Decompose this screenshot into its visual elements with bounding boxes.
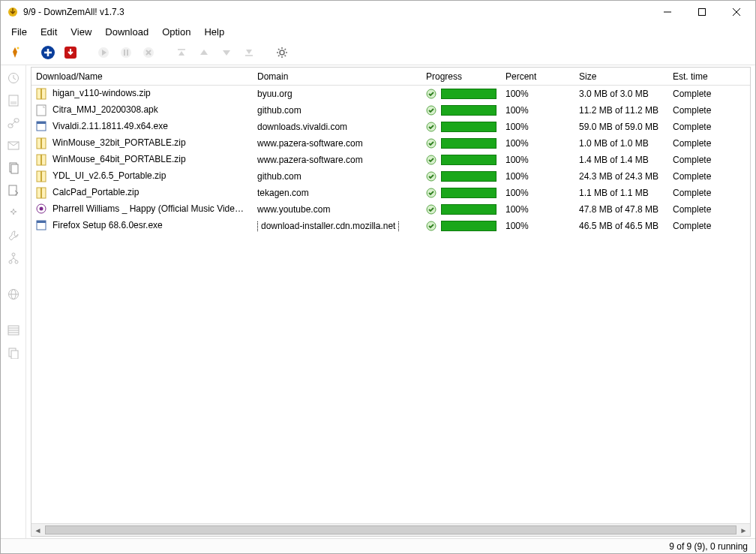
progress-bar (441, 221, 496, 231)
file-type-icon (36, 88, 48, 100)
file-arrow-icon[interactable] (5, 182, 22, 199)
progress-bar (441, 204, 496, 215)
wrench-icon[interactable] (5, 227, 22, 244)
globe-icon[interactable] (5, 286, 22, 303)
file-name: Vivaldi.2.11.1811.49.x64.exe (52, 121, 168, 131)
col-est[interactable]: Est. time (668, 71, 728, 82)
size-text: 11.2 MB of 11.2 MB (574, 105, 668, 116)
menubar: File Edit View Download Option Help (1, 23, 755, 40)
col-domain[interactable]: Domain (253, 71, 422, 82)
menu-edit[interactable]: Edit (34, 25, 63, 39)
complete-check-icon (426, 171, 436, 182)
table-row[interactable]: YDL_UI_v2.6.5_Portable.zipgithub.com100%… (32, 168, 750, 185)
files-icon[interactable] (5, 160, 22, 176)
close-button[interactable] (719, 1, 754, 23)
copy-icon[interactable] (5, 345, 22, 361)
svg-point-38 (12, 253, 15, 256)
file-name: WinMouse_64bit_PORTABLE.zip (52, 154, 186, 164)
move-bottom-button[interactable] (239, 43, 259, 62)
percent-text: 100% (501, 188, 574, 198)
settings-button[interactable] (272, 43, 292, 62)
move-down-button[interactable] (217, 43, 236, 62)
menu-help[interactable]: Help (198, 25, 230, 39)
link-icon[interactable] (5, 115, 22, 131)
add-batch-button[interactable] (61, 43, 80, 62)
window-title: 9/9 - DownZemAll! v1.7.3 (23, 7, 650, 17)
add-download-button[interactable] (38, 43, 58, 62)
col-size[interactable]: Size (574, 71, 668, 82)
complete-check-icon (426, 105, 436, 116)
resume-button[interactable] (94, 43, 113, 62)
menu-download[interactable]: Download (99, 25, 154, 39)
domain-text: www.pazera-software.com (257, 155, 363, 165)
file-type-icon (36, 121, 48, 133)
table-row[interactable]: WinMouse_64bit_PORTABLE.zipwww.pazera-so… (32, 152, 750, 168)
pause-button[interactable] (116, 43, 136, 62)
complete-check-icon (426, 122, 436, 132)
cancel-button[interactable] (139, 43, 158, 62)
progress-bar (441, 105, 496, 116)
scroll-thumb[interactable] (45, 525, 736, 534)
move-up-button[interactable] (194, 43, 214, 62)
wizard-button[interactable] (5, 43, 25, 62)
scroll-left-icon[interactable]: ◄ (32, 524, 44, 536)
est-text: Complete (668, 155, 728, 165)
svg-point-5 (17, 47, 20, 49)
svg-rect-51 (40, 89, 42, 99)
svg-rect-57 (37, 122, 46, 124)
percent-text: 100% (501, 221, 574, 231)
col-name[interactable]: Download/Name (32, 71, 253, 82)
svg-line-27 (285, 49, 286, 50)
table-row[interactable]: Pharrell Williams _ Happy (Official Musi… (32, 201, 750, 218)
size-text: 3.0 MB of 3.0 MB (574, 89, 668, 99)
domain-text: github.com (257, 105, 302, 116)
mail-icon[interactable] (5, 137, 22, 154)
table-row[interactable]: CalcPad_Portable.ziptekagen.com100%1.1 M… (32, 185, 750, 201)
svg-point-10 (121, 47, 131, 58)
complete-check-icon (426, 138, 436, 149)
content: Download/Name Domain Progress Percent Si… (26, 65, 755, 538)
menu-view[interactable]: View (64, 25, 98, 39)
menu-option[interactable]: Option (156, 25, 196, 39)
svg-point-40 (15, 260, 18, 263)
size-text: 1.0 MB of 1.0 MB (574, 138, 668, 149)
col-progress[interactable]: Progress (422, 71, 501, 82)
svg-marker-17 (223, 50, 230, 56)
size-text: 24.3 MB of 24.3 MB (574, 171, 668, 182)
file-type-icon (36, 203, 48, 215)
svg-point-20 (280, 50, 284, 55)
complete-check-icon (426, 204, 436, 215)
menu-file[interactable]: File (5, 25, 33, 39)
table-row[interactable]: higan_v110-windows.zipbyuu.org100%3.0 MB… (32, 86, 750, 102)
main: Download/Name Domain Progress Percent Si… (1, 65, 755, 538)
scroll-right-icon[interactable]: ► (737, 524, 750, 536)
clock-icon[interactable] (5, 70, 22, 86)
domain-text: download-installer.cdn.mozilla.net (257, 221, 399, 231)
file-type-icon (36, 220, 48, 232)
horizontal-scrollbar[interactable]: ◄ ► (32, 523, 750, 536)
col-percent[interactable]: Percent (501, 71, 574, 82)
table-row[interactable]: WinMouse_32bit_PORTABLE.zipwww.pazera-so… (32, 135, 750, 152)
page-icon[interactable] (5, 92, 22, 109)
minimize-button[interactable] (650, 1, 685, 23)
list-icon[interactable] (5, 322, 22, 339)
maximize-button[interactable] (685, 1, 719, 23)
progress-bar (441, 155, 496, 165)
svg-rect-32 (8, 124, 13, 128)
percent-text: 100% (501, 204, 574, 215)
table-row[interactable]: Citra_MMJ_20200308.apkgithub.com100%11.2… (32, 102, 750, 119)
tree-icon[interactable] (5, 250, 22, 266)
table-row[interactable]: Firefox Setup 68.6.0esr.exedownload-inst… (32, 218, 750, 234)
file-type-icon (36, 154, 48, 166)
table-row[interactable]: Vivaldi.2.11.1811.49.x64.exedownloads.vi… (32, 119, 750, 135)
move-top-button[interactable] (172, 43, 191, 62)
complete-check-icon (426, 155, 436, 165)
svg-rect-69 (40, 188, 42, 198)
sidebar (1, 65, 26, 538)
sparkle-icon[interactable] (5, 205, 22, 221)
file-type-icon (36, 187, 48, 199)
domain-text: www.youtube.com (257, 204, 330, 215)
svg-rect-2 (699, 9, 706, 16)
domain-text: byuu.org (257, 89, 292, 99)
est-text: Complete (668, 221, 728, 231)
